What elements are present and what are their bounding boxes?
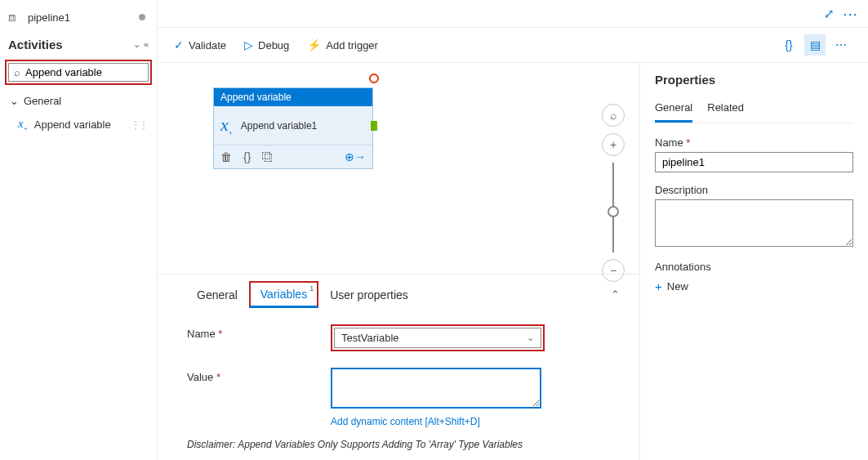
- plus-icon: +: [655, 279, 662, 293]
- play-icon: ▷: [244, 38, 253, 51]
- properties-toggle-button[interactable]: ▤: [804, 34, 826, 56]
- pipeline-properties-panel: Properties General Related Name * Descri…: [639, 63, 868, 460]
- error-indicator-icon: [369, 74, 379, 83]
- zoom-fit-button[interactable]: ⌕: [602, 104, 625, 127]
- activity-search-input[interactable]: [25, 66, 143, 78]
- check-icon: ✓: [174, 38, 184, 51]
- panel-icon: ▤: [810, 38, 821, 51]
- pipeline-icon: ⧈: [8, 10, 23, 25]
- variable-name-label: Name *: [187, 324, 331, 340]
- editor-topbar: ⤢ ⋯: [158, 0, 868, 28]
- braces-icon: {}: [785, 38, 792, 51]
- zoom-thumb[interactable]: [608, 206, 619, 217]
- chevron-down-icon: ⌄: [527, 333, 534, 343]
- variable-value-input[interactable]: [331, 368, 541, 409]
- tab-user-properties[interactable]: User properties: [320, 284, 418, 306]
- zoom-in-button[interactable]: +: [602, 133, 625, 156]
- expand-window-icon[interactable]: ⤢: [824, 7, 835, 21]
- pipeline-description-input[interactable]: [655, 199, 853, 247]
- annotations-label: Annotations: [655, 261, 853, 273]
- trigger-icon: ⚡: [307, 38, 321, 51]
- tab-general[interactable]: General: [187, 284, 247, 306]
- activity-item-append-variable[interactable]: x+ Append variable ⋮⋮: [0, 112, 157, 137]
- activity-node-append-variable[interactable]: Append variable x+ Append variable1 🗑 {}…: [213, 87, 373, 169]
- chevron-down-icon: ⌄: [10, 95, 19, 107]
- search-icon: ⌕: [14, 66, 20, 78]
- collapse-panel-icon[interactable]: ⌃: [608, 284, 623, 306]
- pipeline-canvas[interactable]: Append variable x+ Append variable1 🗑 {}…: [158, 63, 639, 274]
- node-title: Append variable1: [241, 120, 317, 132]
- zoom-out-button[interactable]: −: [602, 259, 625, 282]
- validate-button[interactable]: ✓ Validate: [174, 38, 226, 51]
- code-icon[interactable]: {}: [243, 150, 251, 163]
- add-trigger-button[interactable]: ⚡ Add trigger: [307, 38, 378, 51]
- tab-variables[interactable]: Variables 1: [249, 281, 318, 308]
- zoom-control: ⌕ + −: [602, 104, 625, 282]
- props-tab-general[interactable]: General: [655, 98, 692, 123]
- add-output-icon[interactable]: ⊕→: [345, 150, 366, 163]
- props-tab-related[interactable]: Related: [707, 98, 744, 123]
- add-dynamic-content-link[interactable]: Add dynamic content [Alt+Shift+D]: [331, 416, 541, 427]
- activity-search-box[interactable]: ⌕: [8, 63, 149, 82]
- properties-title: Properties: [655, 73, 853, 87]
- pipeline-description-label: Description: [655, 184, 853, 196]
- search-icon: ⌕: [610, 109, 617, 122]
- activity-properties-panel: General Variables 1 User properties ⌃ Na…: [158, 274, 639, 460]
- variable-name-select[interactable]: TestVariable ⌄: [334, 328, 541, 348]
- activities-sidebar: ⧈ pipeline1 Activities ⌄ « ⌕ ⌄ General x…: [0, 0, 158, 460]
- copy-icon[interactable]: ⿻: [262, 150, 274, 163]
- toolbar-more-button[interactable]: ⋯: [830, 34, 852, 56]
- pipeline-toolbar: ✓ Validate ▷ Debug ⚡ Add trigger {} ▤ ⋯: [158, 28, 868, 63]
- code-view-button[interactable]: {}: [778, 34, 799, 56]
- variable-icon: x+: [18, 117, 28, 132]
- drag-grip-icon: ⋮⋮: [131, 119, 147, 131]
- variable-value-label: Value *: [187, 368, 331, 383]
- variables-count-badge: 1: [309, 284, 314, 293]
- debug-button[interactable]: ▷ Debug: [244, 38, 289, 51]
- expand-all-icon[interactable]: ⌄: [133, 39, 140, 50]
- node-header: Append variable: [214, 88, 372, 106]
- variable-icon: x+: [220, 114, 233, 136]
- pipeline-name: pipeline1: [28, 11, 70, 24]
- more-actions-icon[interactable]: ⋯: [843, 5, 858, 23]
- disclaimer-text: Disclaimer: Append Variables Only Suppor…: [187, 439, 623, 450]
- pipeline-name-input[interactable]: [655, 152, 853, 172]
- delete-icon[interactable]: 🗑: [220, 150, 232, 163]
- pipeline-name-label: Name *: [655, 136, 853, 149]
- activities-title: Activities: [8, 38, 63, 51]
- new-annotation-button[interactable]: + New: [655, 279, 853, 293]
- more-icon: ⋯: [835, 38, 847, 51]
- pipeline-tab[interactable]: ⧈ pipeline1: [0, 7, 157, 31]
- activity-group-general[interactable]: ⌄ General: [0, 90, 157, 112]
- collapse-sidebar-icon[interactable]: «: [144, 39, 149, 50]
- output-handle-icon[interactable]: [371, 121, 377, 131]
- zoom-slider[interactable]: [612, 163, 614, 252]
- unsaved-indicator-icon: [139, 14, 145, 20]
